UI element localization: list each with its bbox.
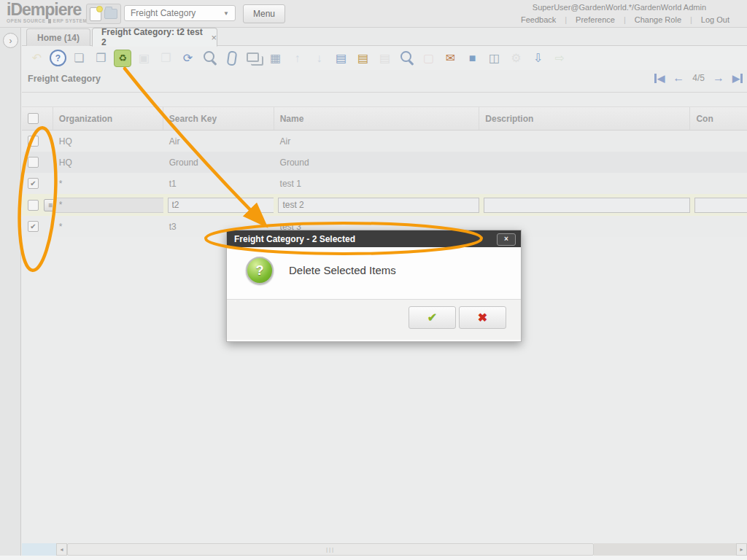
new-window-icon[interactable] [90, 7, 101, 21]
row-select-cell [22, 152, 53, 173]
logo-tagline-left: Open Source [7, 19, 46, 24]
export-icon[interactable]: ⇩ [529, 49, 547, 67]
name-input[interactable] [278, 198, 479, 213]
column-header-organization[interactable]: Organization [53, 107, 163, 130]
table-row[interactable]: ≡ [22, 194, 747, 216]
record-pagination: ◀ ← 4/5 → ▶ [654, 72, 743, 84]
product-info-icon[interactable]: ■ [463, 49, 481, 67]
row-checkbox[interactable] [28, 200, 39, 211]
feedback-link[interactable]: Feedback [512, 15, 565, 24]
search-key-cell: t1 [163, 173, 274, 194]
dialog-footer: ✔ ✖ [227, 300, 521, 340]
open-folder-icon[interactable] [104, 9, 117, 19]
detail-record-icon[interactable]: ↓ [310, 49, 328, 67]
table-row[interactable]: HQGroundGround [22, 152, 747, 173]
logo-title: iDempiere [7, 1, 87, 18]
window-selector[interactable]: Freight Category ▼ [124, 5, 236, 21]
new-record-icon[interactable]: ❏ [70, 49, 88, 67]
save-icon[interactable]: ▣ [135, 49, 153, 67]
expand-sidebar-button[interactable]: › [3, 33, 18, 48]
zoom-across-icon[interactable] [398, 49, 416, 67]
row-select-cell: ✔ [22, 173, 53, 194]
column-header-search-key[interactable]: Search Key [163, 107, 274, 130]
requests-icon[interactable]: ✉ [441, 49, 460, 67]
search-key-input[interactable] [168, 198, 274, 213]
print-icon[interactable]: ▤ [376, 49, 394, 67]
process-icon[interactable]: ⚙ [507, 49, 525, 67]
confirm-button[interactable]: ✔ [409, 306, 456, 329]
horizontal-scrollbar: ◂ ||| ▸ [22, 543, 747, 556]
next-record-icon[interactable]: → [713, 72, 724, 84]
name-cell: Air [274, 131, 480, 152]
west-panel-collapsed [0, 27, 21, 556]
table-row[interactable]: HQAirAir [22, 131, 747, 152]
logo-tagline-right: ERP System [53, 19, 88, 24]
delete-record-icon[interactable]: ♻ [114, 50, 131, 67]
menu-button[interactable]: Menu [243, 4, 285, 23]
save-create-icon[interactable]: ❐ [157, 49, 175, 67]
row-checkbox[interactable] [28, 157, 39, 168]
table-row[interactable]: ✔*t1test 1 [22, 173, 747, 194]
organization-cell [53, 198, 163, 213]
chevron-down-icon: ▼ [223, 10, 229, 17]
description-cell [479, 198, 690, 213]
logo-square-icon [48, 19, 51, 23]
tab-home[interactable]: Home (14) [26, 28, 90, 46]
dialog-titlebar[interactable]: Freight Category - 2 Selected × [227, 230, 521, 247]
dialog-body: ? Delete Selected Items [227, 247, 521, 299]
help-icon[interactable]: ? [50, 50, 66, 66]
preference-link[interactable]: Preference [567, 15, 624, 24]
description-input[interactable] [484, 198, 690, 213]
find-icon[interactable] [201, 49, 219, 67]
search-key-cell [163, 198, 274, 213]
chat-icon[interactable] [244, 49, 263, 67]
question-icon: ? [246, 257, 274, 284]
first-record-icon[interactable]: ◀ [654, 74, 665, 83]
page-indicator: 4/5 [692, 73, 705, 83]
search-key-cell: Air [163, 131, 274, 152]
export-file-icon[interactable]: ⇨ [551, 49, 569, 67]
row-select-cell [22, 131, 53, 152]
row-checkbox[interactable] [28, 136, 39, 147]
tab-freight-category[interactable]: Freight Category: t2 test 2 × [92, 28, 217, 47]
cross-icon: ✖ [478, 311, 487, 324]
report-icon[interactable]: ▤ [332, 49, 350, 67]
row-checkbox[interactable]: ✔ [28, 221, 39, 232]
scrollbar-grip-icon: ||| [326, 547, 335, 553]
comment-input[interactable] [694, 198, 747, 213]
cancel-button[interactable]: ✖ [459, 306, 506, 329]
bottom-strip [0, 556, 747, 560]
tab-close-icon[interactable]: × [211, 32, 217, 43]
name-cell: Ground [274, 152, 480, 173]
scroll-left-button[interactable]: ◂ [56, 543, 67, 556]
comment-cell [690, 173, 747, 194]
grid-toggle-icon[interactable]: ▦ [266, 49, 285, 67]
previous-record-icon[interactable]: ← [673, 72, 684, 84]
organization-input[interactable] [55, 198, 163, 213]
customize-window-icon[interactable]: ◫ [485, 49, 503, 67]
copy-record-icon[interactable]: ❐ [92, 49, 110, 67]
frozen-column-strip [22, 543, 56, 556]
archive-icon[interactable]: ▤ [354, 49, 372, 67]
column-header-name[interactable]: Name [274, 107, 480, 130]
search-key-cell: Ground [163, 152, 274, 173]
scrollbar-track[interactable] [594, 543, 736, 556]
title-separator [22, 92, 747, 93]
header-links: Feedback | Preference | Change Role | Lo… [512, 15, 738, 24]
workflow-icon[interactable]: ▢ [419, 49, 438, 67]
quick-launch-group [86, 4, 121, 24]
logout-link[interactable]: Log Out [692, 15, 738, 24]
change-role-link[interactable]: Change Role [626, 15, 690, 24]
select-all-checkbox[interactable] [28, 113, 39, 124]
row-checkbox[interactable]: ✔ [28, 178, 39, 189]
parent-record-icon[interactable]: ↑ [288, 49, 306, 67]
column-header-con[interactable]: Con [690, 107, 747, 130]
last-record-icon[interactable]: ▶ [732, 74, 743, 83]
undo-icon[interactable]: ↶ [28, 49, 46, 67]
column-header-description[interactable]: Description [479, 107, 690, 130]
dialog-close-button[interactable]: × [497, 233, 516, 246]
scroll-right-button[interactable]: ▸ [736, 543, 747, 556]
scrollbar-thumb[interactable]: ||| [67, 543, 594, 556]
refresh-icon[interactable]: ⟳ [179, 49, 197, 67]
attachment-icon[interactable] [222, 49, 241, 67]
